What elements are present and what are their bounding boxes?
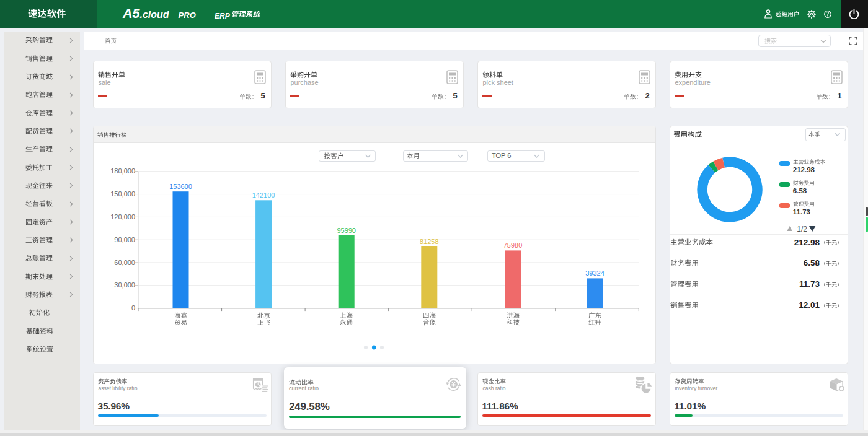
svg-text:30,000: 30,000	[114, 281, 135, 289]
svg-text:75980: 75980	[503, 242, 523, 249]
svg-text:95990: 95990	[337, 227, 356, 234]
svg-text:150,000: 150,000	[110, 190, 135, 198]
svg-text:153600: 153600	[169, 183, 192, 190]
svg-text:120,000: 120,000	[110, 213, 135, 220]
svg-text:39324: 39324	[585, 269, 604, 277]
svg-text:81258: 81258	[420, 238, 439, 245]
svg-text:0: 0	[131, 304, 135, 312]
svg-text:180,000: 180,000	[110, 167, 135, 175]
svg-text:142100: 142100	[252, 191, 275, 199]
svg-text:60,000: 60,000	[114, 259, 135, 266]
svg-text:90,000: 90,000	[114, 236, 135, 243]
